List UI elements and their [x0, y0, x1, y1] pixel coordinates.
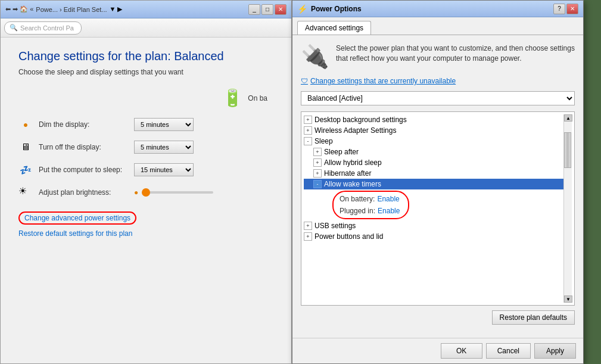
- sub-items-group: On battery: Enable Plugged in: Enable: [304, 189, 563, 220]
- tree-expand-desktop: +: [304, 116, 312, 124]
- background-window: ⬅ ➡ 🏠 « Powe... › Edit Plan Set... ▼ ▶ _…: [0, 0, 292, 364]
- scroll-down-button[interactable]: ▼: [564, 295, 572, 303]
- restore-plan-defaults-button[interactable]: Restore plan defaults: [492, 310, 575, 325]
- plugged-in-label: Plugged in:: [340, 207, 375, 215]
- sub-item-plugged-in[interactable]: Plugged in: Enable: [340, 206, 402, 216]
- change-power-settings-text[interactable]: Change advanced power settings: [24, 214, 130, 222]
- search-bar[interactable]: 🔍 Search Control Pa: [4, 21, 82, 35]
- page-title: Change settings for the plan: Balanced: [18, 49, 273, 63]
- bg-titlebar: ⬅ ➡ 🏠 « Powe... › Edit Plan Set... ▼ ▶ _…: [1, 1, 291, 18]
- tree-expand-usb: +: [304, 222, 312, 230]
- dialog-help-button[interactable]: ?: [553, 4, 565, 14]
- search-text: Search Control Pa: [20, 24, 74, 32]
- change-settings-link[interactable]: 🛡 Change settings that are currently una…: [301, 77, 575, 85]
- on-battery-value[interactable]: Enable: [377, 195, 399, 203]
- dialog-titlebar: ⚡ Power Options ? ✕: [292, 1, 583, 17]
- power-buttons-label: Power buttons and lid: [314, 232, 383, 241]
- intro-section: 🔌 Select the power plan that you want to…: [301, 43, 575, 70]
- tree-content: + Desktop background settings + Wireless…: [304, 114, 563, 303]
- power-plug-icon: 🔌: [301, 43, 329, 70]
- desktop-bg-label: Desktop background settings: [314, 116, 407, 124]
- tree-item-hybrid-sleep[interactable]: + Allow hybrid sleep: [304, 157, 563, 168]
- bg-close-button[interactable]: ✕: [275, 4, 287, 15]
- tree-expand-wireless: +: [304, 126, 312, 135]
- power-options-dialog: ⚡ Power Options ? ✕ Advanced settings 🔌 …: [292, 0, 584, 364]
- bg-window-controls: _ □ ✕: [248, 4, 287, 15]
- tree-expand-hybrid: +: [313, 158, 322, 167]
- power-options-icon: ⚡: [297, 4, 307, 14]
- restore-defaults-link[interactable]: Restore default settings for this plan: [18, 229, 273, 238]
- tree-item-wireless[interactable]: + Wireless Adapter Settings: [304, 125, 563, 136]
- dialog-close-button[interactable]: ✕: [566, 4, 578, 14]
- turnoff-display-icon: 🖥: [18, 140, 33, 154]
- change-power-settings-link[interactable]: Change advanced power settings: [18, 211, 273, 225]
- sleep-tree-label: Sleep: [314, 137, 333, 145]
- restore-btn-row: Restore plan defaults: [301, 310, 575, 329]
- brightness-slider[interactable]: [142, 191, 213, 194]
- sub-item-on-battery[interactable]: On battery: Enable: [340, 194, 402, 204]
- sleep-after-label: Sleep after: [324, 148, 359, 156]
- links-section: Change advanced power settings Restore d…: [18, 211, 273, 238]
- dialog-title: Power Options: [311, 5, 553, 13]
- tree-scrollbar[interactable]: ▲ ▼: [563, 114, 572, 303]
- tree-expand-hibernate: +: [313, 169, 322, 178]
- dialog-footer: OK Cancel Apply: [292, 338, 583, 363]
- on-battery-label: On battery:: [340, 195, 375, 203]
- brightness-icon: ☀: [18, 185, 33, 200]
- intro-text: Select the power plan that you want to c…: [336, 43, 575, 64]
- dim-display-row: ● Dim the display: 5 minutes: [18, 117, 273, 132]
- scroll-up-button[interactable]: ▲: [564, 114, 572, 122]
- page-subtitle: Choose the sleep and display settings th…: [18, 68, 273, 76]
- wake-timers-label: Allow wake timers: [324, 180, 381, 188]
- change-settings-text: Change settings that are currently unava…: [310, 77, 456, 85]
- enable-circle-highlight: On battery: Enable Plugged in: Enable: [332, 191, 409, 219]
- dialog-tabs: Advanced settings: [292, 17, 583, 35]
- tree-item-usb[interactable]: + USB settings: [304, 220, 563, 231]
- sleep-icon: 💤: [18, 163, 33, 177]
- minimize-button[interactable]: _: [248, 4, 260, 15]
- settings-tree: + Desktop background settings + Wireless…: [301, 111, 575, 306]
- brightness-label: Adjust plan brightness:: [39, 188, 134, 197]
- dim-display-dropdown[interactable]: 5 minutes: [134, 118, 194, 131]
- turnoff-display-dropdown[interactable]: 5 minutes: [134, 141, 194, 154]
- tree-expand-sleep-after: +: [313, 148, 322, 156]
- dim-display-label: Dim the display:: [39, 120, 134, 129]
- dim-display-icon: ●: [18, 117, 33, 132]
- dialog-window-controls: ? ✕: [553, 4, 578, 14]
- scroll-thumb[interactable]: [564, 132, 571, 168]
- brightness-row: ☀ Adjust plan brightness: ●: [18, 185, 273, 200]
- bg-content: Change settings for the plan: Balanced C…: [1, 38, 291, 253]
- tree-expand-sleep: -: [304, 137, 312, 145]
- plugged-in-value[interactable]: Enable: [378, 207, 400, 215]
- advanced-settings-tab[interactable]: Advanced settings: [297, 21, 371, 35]
- wireless-label: Wireless Adapter Settings: [314, 126, 396, 135]
- ok-button[interactable]: OK: [441, 343, 482, 359]
- brightness-sun-icon: ●: [134, 188, 138, 197]
- tree-item-desktop[interactable]: + Desktop background settings: [304, 114, 563, 125]
- tree-item-power-buttons[interactable]: + Power buttons and lid: [304, 231, 563, 242]
- maximize-button[interactable]: □: [261, 4, 273, 15]
- bg-window-address: ⬅ ➡ 🏠 «: [5, 5, 33, 13]
- battery-label: On ba: [248, 94, 267, 102]
- usb-label: USB settings: [314, 222, 356, 230]
- tree-item-sleep[interactable]: - Sleep: [304, 136, 563, 147]
- plan-select[interactable]: Balanced [Active]: [301, 91, 575, 105]
- tree-item-wake-timers[interactable]: - Allow wake timers: [304, 179, 563, 189]
- turnoff-display-label: Turn off the display:: [39, 143, 134, 151]
- apply-button[interactable]: Apply: [534, 343, 576, 359]
- slider-thumb: [142, 188, 150, 197]
- sleep-label: Put the computer to sleep:: [39, 166, 134, 174]
- tree-expand-wake: -: [313, 180, 322, 188]
- hibernate-label: Hibernate after: [324, 169, 371, 178]
- tree-expand-power-btns: +: [304, 232, 312, 241]
- bg-address-text: Powe... › Edit Plan Set...: [36, 6, 107, 13]
- cancel-button[interactable]: Cancel: [486, 343, 531, 359]
- sleep-dropdown[interactable]: 15 minutes: [134, 163, 194, 176]
- hybrid-sleep-label: Allow hybrid sleep: [324, 158, 382, 167]
- tree-item-sleep-after[interactable]: + Sleep after: [304, 147, 563, 157]
- turnoff-display-row: 🖥 Turn off the display: 5 minutes: [18, 140, 273, 154]
- bg-toolbar: 🔍 Search Control Pa: [1, 18, 291, 38]
- sleep-row: 💤 Put the computer to sleep: 15 minutes: [18, 163, 273, 177]
- tree-item-hibernate[interactable]: + Hibernate after: [304, 168, 563, 179]
- dialog-body: 🔌 Select the power plan that you want to…: [292, 35, 583, 338]
